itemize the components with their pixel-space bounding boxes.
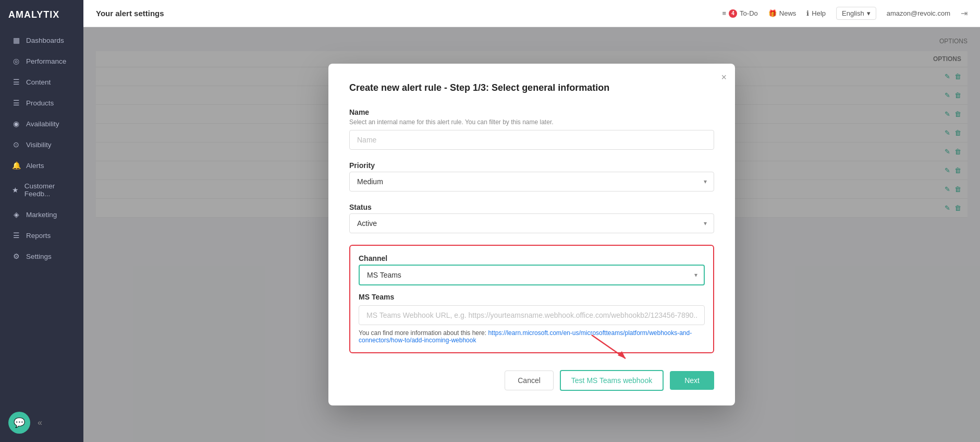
sidebar-item-label: Availability	[26, 120, 59, 128]
ms-teams-webhook-input[interactable]	[359, 305, 705, 325]
sidebar-item-label: Reports	[26, 232, 51, 240]
topnav-right: ≡ 4 To-Do 🎁 News ℹ Help English ▾ amazon…	[722, 7, 967, 20]
app-logo: AMALYTIX	[0, 0, 83, 30]
modal-footer: Cancel Test MS Teams webhook Next	[349, 370, 714, 391]
sidebar-bottom: 💬 «	[0, 403, 83, 442]
name-section: Name Select an internal name for this al…	[349, 108, 714, 150]
status-section: Status Active Inactive ▾	[349, 203, 714, 233]
priority-label: Priority	[349, 161, 714, 170]
todo-button[interactable]: ≡ 4 To-Do	[722, 9, 758, 18]
page-title: Your alert settings	[96, 9, 722, 18]
news-button[interactable]: 🎁 News	[768, 9, 797, 17]
todo-badge: 4	[729, 9, 737, 18]
help-button[interactable]: ℹ Help	[806, 9, 826, 17]
customer-feedback-icon: ★	[11, 186, 19, 194]
sidebar-item-label: Dashboards	[26, 37, 64, 44]
logout-icon[interactable]: ⇥	[961, 8, 967, 18]
gift-icon: 🎁	[768, 9, 777, 17]
cancel-button[interactable]: Cancel	[505, 371, 554, 390]
products-icon: ☰	[11, 99, 21, 107]
language-selector[interactable]: English ▾	[836, 7, 876, 20]
sidebar-item-dashboards[interactable]: ▦ Dashboards	[3, 30, 80, 50]
language-value: English	[842, 9, 864, 17]
sidebar-item-reports[interactable]: ☰ Reports	[3, 225, 80, 245]
channel-section: Channel Email MS Teams Slack Webhook ▾ M…	[349, 245, 714, 353]
sidebar-item-marketing[interactable]: ◈ Marketing	[3, 205, 80, 224]
content-icon: ☰	[11, 78, 21, 86]
sidebar-item-alerts[interactable]: 🔔 Alerts	[3, 156, 80, 175]
dashboards-icon: ▦	[11, 36, 21, 44]
sidebar-item-label: Marketing	[26, 211, 57, 219]
sidebar-item-availability[interactable]: ◉ Availability	[3, 114, 80, 134]
sidebar-item-visibility[interactable]: ⊙ Visibility	[3, 135, 80, 154]
settings-icon: ⚙	[11, 252, 21, 260]
main-area: Your alert settings ≡ 4 To-Do 🎁 News ℹ H…	[83, 0, 980, 442]
priority-section: Priority Low Medium High ▾	[349, 161, 714, 192]
name-input[interactable]	[349, 130, 714, 150]
modal-close-button[interactable]: ×	[721, 72, 727, 83]
topnav: Your alert settings ≡ 4 To-Do 🎁 News ℹ H…	[83, 0, 980, 27]
sidebar-item-performance[interactable]: ◎ Performance	[3, 51, 80, 71]
alerts-icon: 🔔	[11, 161, 21, 170]
sidebar-item-content[interactable]: ☰ Content	[3, 72, 80, 92]
priority-select-wrap: Low Medium High ▾	[349, 172, 714, 192]
modal-wrapper: × Create new alert rule - Step 1/3: Sele…	[83, 27, 980, 442]
user-email: amazon@revoic.com	[887, 9, 950, 17]
sidebar-item-label: Alerts	[26, 162, 44, 170]
name-label: Name	[349, 108, 714, 116]
sidebar-item-label: Settings	[26, 253, 52, 260]
status-label: Status	[349, 203, 714, 211]
name-sublabel: Select an internal name for this alert r…	[349, 118, 714, 126]
chevron-down-icon: ▾	[867, 9, 871, 17]
sidebar-item-label: Visibility	[26, 141, 52, 149]
test-webhook-button[interactable]: Test MS Teams webhook	[560, 370, 664, 391]
ms-teams-label: MS Teams	[359, 293, 705, 301]
reports-icon: ☰	[11, 231, 21, 240]
help-label: Help	[812, 9, 826, 17]
news-label: News	[779, 9, 797, 17]
sidebar-item-label: Content	[26, 78, 51, 86]
status-select[interactable]: Active Inactive	[349, 213, 714, 233]
marketing-icon: ◈	[11, 210, 21, 219]
performance-icon: ◎	[11, 57, 21, 65]
info-icon: ℹ	[806, 9, 809, 17]
sidebar-item-customer-feedback[interactable]: ★ Customer Feedb...	[3, 176, 80, 204]
channel-label: Channel	[359, 254, 705, 262]
availability-icon: ◉	[11, 120, 21, 128]
visibility-icon: ⊙	[11, 140, 21, 149]
next-button[interactable]: Next	[670, 371, 714, 390]
sidebar-item-settings[interactable]: ⚙ Settings	[3, 246, 80, 266]
sidebar-item-label: Performance	[26, 57, 66, 65]
sidebar: AMALYTIX ▦ Dashboards ◎ Performance ☰ Co…	[0, 0, 83, 442]
todo-label: To-Do	[740, 9, 758, 17]
content-area: OPTIONS OPTIONS ✎🗑 ✎🗑 ✎🗑	[83, 27, 980, 442]
ms-teams-info: You can find more information about this…	[359, 329, 705, 344]
channel-select-wrap: Email MS Teams Slack Webhook ▾	[359, 265, 705, 285]
sidebar-item-label: Products	[26, 99, 54, 107]
todo-icon: ≡	[722, 9, 727, 17]
collapse-sidebar-button[interactable]: «	[38, 418, 42, 427]
modal-title: Create new alert rule - Step 1/3: Select…	[349, 82, 714, 93]
channel-select[interactable]: Email MS Teams Slack Webhook	[359, 265, 705, 285]
priority-select[interactable]: Low Medium High	[349, 172, 714, 192]
status-select-wrap: Active Inactive ▾	[349, 213, 714, 233]
chat-button[interactable]: 💬	[8, 412, 30, 434]
sidebar-item-products[interactable]: ☰ Products	[3, 93, 80, 113]
create-alert-modal: × Create new alert rule - Step 1/3: Sele…	[328, 64, 735, 405]
sidebar-item-label: Customer Feedb...	[24, 182, 72, 198]
